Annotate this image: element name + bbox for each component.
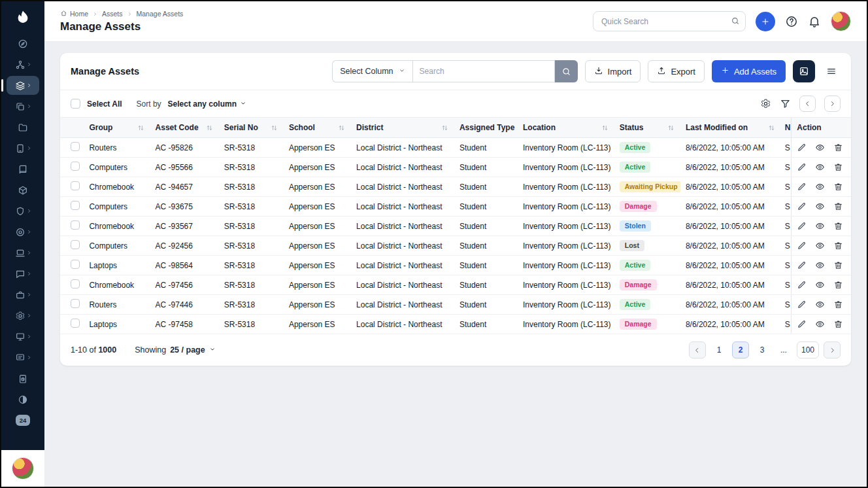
edit-icon[interactable] [797,280,807,290]
view-eye-icon[interactable] [815,319,825,329]
edit-icon[interactable] [797,260,807,270]
column-header-school[interactable]: School [284,118,351,138]
sort-icon[interactable] [517,124,518,132]
column-header-status[interactable]: Status [614,118,680,138]
column-header-group[interactable]: Group [84,118,150,138]
sort-icon[interactable] [270,124,278,132]
row-checkbox[interactable] [71,319,80,328]
sidebar-item-org[interactable] [7,55,39,74]
delete-trash-icon[interactable] [833,182,843,192]
sidebar-item-laptop[interactable] [7,243,39,262]
delete-trash-icon[interactable] [833,162,843,172]
edit-icon[interactable] [797,182,807,192]
scan-button[interactable] [793,60,815,82]
sidebar-item-briefcase[interactable] [7,285,39,304]
row-checkbox[interactable] [71,240,80,249]
page-button-3[interactable]: 3 [754,341,771,358]
app-logo-icon[interactable] [13,8,33,27]
row-checkbox[interactable] [71,260,80,269]
sort-column-dropdown[interactable]: Select any column [168,99,246,109]
page-button-100[interactable]: 100 [797,341,819,358]
menu-button[interactable] [822,60,841,82]
select-all-checkbox[interactable] [71,99,80,109]
row-checkbox[interactable] [71,162,80,171]
sidebar-item-tablet[interactable] [7,139,39,158]
row-checkbox[interactable] [71,220,80,230]
sidebar-item-copies[interactable] [7,97,39,116]
row-checkbox[interactable] [71,142,80,151]
sidebar-item-chat[interactable] [7,264,39,283]
add-assets-button[interactable]: Add Assets [712,60,786,82]
help-icon[interactable] [785,15,798,28]
column-header-district[interactable]: District [351,118,454,138]
edit-icon[interactable] [797,201,807,211]
sidebar-item-layers[interactable] [7,76,39,95]
page-button-2[interactable]: 2 [732,341,749,358]
column-header-serial_no[interactable]: Serial No [219,118,284,138]
view-eye-icon[interactable] [815,241,825,251]
view-eye-icon[interactable] [815,280,825,290]
sidebar-item-message[interactable] [7,348,39,367]
column-header-location[interactable]: Location [518,118,614,138]
quick-add-button[interactable] [756,12,775,31]
page-button-1[interactable]: 1 [710,341,727,358]
sidebar-item-badge-24[interactable]: 24 [7,411,39,430]
sidebar-item-badge[interactable] [7,201,39,220]
notifications-bell-icon[interactable] [808,15,821,28]
breadcrumb-item[interactable]: Assets [102,10,123,18]
delete-trash-icon[interactable] [833,143,843,152]
row-checkbox[interactable] [71,299,80,308]
next-page-button[interactable] [824,341,841,358]
delete-trash-icon[interactable] [833,201,843,211]
sidebar-item-book[interactable] [7,160,39,179]
edit-icon[interactable] [797,143,807,152]
edit-icon[interactable] [797,162,807,172]
edit-icon[interactable] [797,319,807,329]
sort-icon[interactable] [441,124,449,132]
sidebar-user-avatar[interactable] [12,457,34,479]
sort-icon[interactable] [337,124,346,132]
breadcrumb-item[interactable]: Manage Assets [137,10,184,18]
sidebar-item-settings[interactable] [7,306,39,325]
delete-trash-icon[interactable] [833,260,843,270]
view-eye-icon[interactable] [815,162,825,172]
sort-icon[interactable] [205,124,214,132]
delete-trash-icon[interactable] [833,241,843,251]
export-button[interactable]: Export [648,60,705,82]
select-column-dropdown[interactable]: Select Column [332,60,412,82]
view-eye-icon[interactable] [815,260,825,270]
scroll-left-button[interactable] [799,96,816,112]
table-settings-gear-icon[interactable] [760,98,771,109]
table-search-input[interactable] [412,60,555,82]
sort-icon[interactable] [601,124,609,132]
row-checkbox[interactable] [71,279,80,288]
user-avatar[interactable] [831,11,851,31]
quick-search-input[interactable] [593,11,746,31]
delete-trash-icon[interactable] [833,280,843,290]
delete-trash-icon[interactable] [833,221,843,231]
view-eye-icon[interactable] [815,221,825,231]
column-header-last_modified[interactable]: Last Modified on [680,118,781,138]
breadcrumb-item[interactable]: Home [60,10,88,18]
view-eye-icon[interactable] [815,182,825,192]
page-size-dropdown[interactable]: Showing 25 / page [135,345,215,355]
sidebar-item-compass[interactable] [7,34,39,53]
row-checkbox[interactable] [71,181,80,190]
sort-icon[interactable] [667,124,675,132]
sort-icon[interactable] [767,124,776,132]
sidebar-item-target[interactable] [7,222,39,241]
sidebar-item-monitor[interactable] [7,327,39,346]
search-button[interactable] [555,60,578,82]
edit-icon[interactable] [797,241,807,251]
view-eye-icon[interactable] [815,143,825,152]
filter-icon[interactable] [780,98,791,109]
view-eye-icon[interactable] [815,201,825,211]
scroll-right-button[interactable] [824,96,841,112]
view-eye-icon[interactable] [815,300,825,309]
sort-icon[interactable] [137,124,145,132]
sidebar-item-contrast[interactable] [7,390,39,409]
delete-trash-icon[interactable] [833,300,843,309]
sidebar-item-folder[interactable] [7,118,39,137]
prev-page-button[interactable] [689,341,706,358]
sidebar-item-package[interactable] [7,181,39,200]
